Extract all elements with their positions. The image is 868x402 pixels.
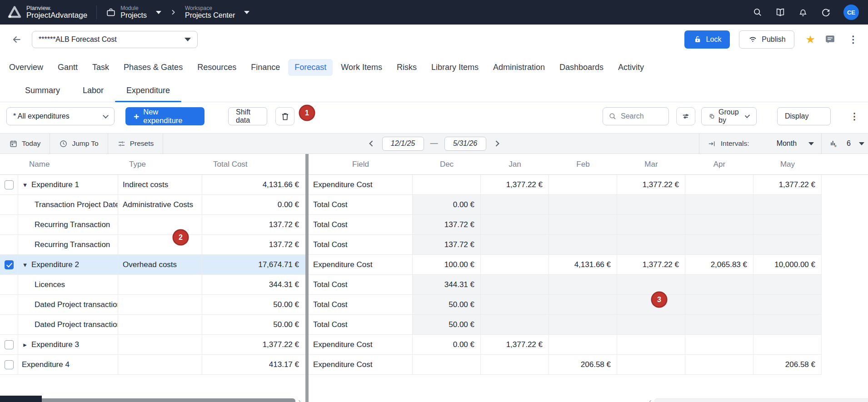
interval-unit-select[interactable]: Month <box>756 139 821 148</box>
jump-to-button[interactable]: Jump To <box>50 134 107 154</box>
table-row-left[interactable]: ▾Expenditure 1Indirect costs4,131.66 € <box>0 175 305 195</box>
row-checkbox[interactable] <box>5 340 14 349</box>
tab-activity[interactable]: Activity <box>612 59 650 76</box>
table-row-months[interactable]: Total Cost50.00 € <box>309 295 868 315</box>
search-icon[interactable] <box>753 7 763 17</box>
month-value-cell[interactable] <box>753 335 822 355</box>
column-header-apr[interactable]: Apr <box>685 160 753 169</box>
month-value-cell[interactable]: 1,377.22 € <box>481 175 549 195</box>
month-value-cell[interactable]: 137.72 € <box>413 235 481 255</box>
month-value-cell[interactable]: 1,377.22 € <box>753 175 822 195</box>
month-value-cell[interactable]: 50.00 € <box>413 315 481 335</box>
column-header-type[interactable]: Type <box>118 160 202 169</box>
delete-button[interactable] <box>275 107 294 125</box>
month-value-cell[interactable] <box>481 355 549 375</box>
month-value-cell[interactable] <box>617 315 685 335</box>
month-value-cell[interactable] <box>617 355 685 375</box>
month-value-cell[interactable] <box>617 235 685 255</box>
more-options-icon[interactable]: ⋮ <box>848 34 858 45</box>
pane-splitter[interactable] <box>305 154 309 402</box>
table-row-left[interactable]: Transaction Project DatedAdministrative … <box>0 195 305 215</box>
month-value-cell[interactable] <box>753 315 822 335</box>
column-header-dec[interactable]: Dec <box>413 160 481 169</box>
table-row-months[interactable]: Expenditure Cost0.00 €1,377.22 € <box>309 335 868 355</box>
table-row-left[interactable]: Licences344.31 € <box>0 275 305 295</box>
row-checkbox[interactable] <box>5 260 14 269</box>
month-value-cell[interactable] <box>549 315 617 335</box>
tab-work-items[interactable]: Work Items <box>334 59 389 76</box>
month-value-cell[interactable]: 206.58 € <box>753 355 822 375</box>
month-value-cell[interactable] <box>753 235 822 255</box>
today-button[interactable]: Today <box>0 134 50 154</box>
publish-button[interactable]: Publish <box>739 30 794 49</box>
month-value-cell[interactable] <box>481 315 549 335</box>
presets-button[interactable]: Presets <box>108 134 163 154</box>
month-value-cell[interactable] <box>685 355 753 375</box>
month-value-cell[interactable] <box>685 195 753 215</box>
tab-task[interactable]: Task <box>86 59 115 76</box>
month-value-cell[interactable] <box>753 195 822 215</box>
table-row-months[interactable]: Expenditure Cost1,377.22 €1,377.22 €1,37… <box>309 175 868 195</box>
filter-button[interactable] <box>676 107 695 125</box>
more-toolbar-options-icon[interactable]: ⋮ <box>850 111 859 122</box>
shift-data-button[interactable]: Shift data <box>228 107 267 125</box>
month-value-cell[interactable] <box>617 335 685 355</box>
tab-forecast[interactable]: Forecast <box>288 59 333 76</box>
book-icon[interactable] <box>775 7 785 17</box>
interval-count-select[interactable]: # 6 <box>821 134 868 154</box>
month-value-cell[interactable] <box>617 195 685 215</box>
table-row-left[interactable]: Dated Project transaction50.00 € <box>0 315 305 335</box>
table-row-months[interactable]: Total Cost137.72 € <box>309 215 868 235</box>
table-row-left[interactable]: Recurring Transaction137.72 € <box>0 215 305 235</box>
expand-toggle-icon[interactable]: ▾ <box>22 261 28 269</box>
column-header-field[interactable]: Field <box>309 160 413 169</box>
month-value-cell[interactable] <box>481 295 549 315</box>
month-value-cell[interactable] <box>481 235 549 255</box>
scroll-left-icon[interactable]: ‹ <box>647 398 653 402</box>
column-header-jan[interactable]: Jan <box>481 160 549 169</box>
month-value-cell[interactable] <box>685 215 753 235</box>
search-input[interactable]: Search <box>603 107 669 125</box>
column-header-feb[interactable]: Feb <box>549 160 617 169</box>
row-checkbox[interactable] <box>5 360 14 369</box>
table-row-left[interactable]: Expenditure 4413.17 € <box>0 355 305 375</box>
previous-period-chevron-icon[interactable] <box>367 139 376 148</box>
module-switcher[interactable]: Module Projects <box>106 5 161 20</box>
month-value-cell[interactable]: 100.00 € <box>413 255 481 275</box>
month-value-cell[interactable] <box>549 275 617 295</box>
month-value-cell[interactable]: 10,000.00 € <box>753 255 822 275</box>
column-header-name[interactable]: Name <box>18 160 118 169</box>
month-value-cell[interactable] <box>685 275 753 295</box>
tab-overview[interactable]: Overview <box>3 59 50 76</box>
user-avatar[interactable]: CE <box>843 5 859 20</box>
month-value-cell[interactable] <box>481 195 549 215</box>
tab-dashboards[interactable]: Dashboards <box>553 59 610 76</box>
project-title-combobox[interactable]: ******ALB Forecast Cost <box>32 31 198 48</box>
date-from-input[interactable]: 12/1/25 <box>382 137 424 151</box>
column-header-total-cost[interactable]: Total Cost <box>202 160 305 169</box>
month-value-cell[interactable] <box>617 295 685 315</box>
month-value-cell[interactable]: 0.00 € <box>413 335 481 355</box>
table-row-left[interactable]: ▸Expenditure 31,377.22 € <box>0 335 305 355</box>
month-value-cell[interactable]: 1,377.22 € <box>617 175 685 195</box>
tab-risks[interactable]: Risks <box>390 59 423 76</box>
table-row-months[interactable]: Expenditure Cost100.00 €4,131.66 €1,377.… <box>309 255 868 275</box>
month-value-cell[interactable]: 206.58 € <box>549 355 617 375</box>
month-value-cell[interactable] <box>685 235 753 255</box>
left-horizontal-scrollbar[interactable]: ‹ › <box>1 397 303 402</box>
right-horizontal-scrollbar[interactable]: ‹ › <box>647 397 868 402</box>
month-value-cell[interactable] <box>481 215 549 235</box>
month-value-cell[interactable] <box>549 175 617 195</box>
column-header-may[interactable]: May <box>753 160 822 169</box>
month-value-cell[interactable] <box>753 275 822 295</box>
month-value-cell[interactable]: 137.72 € <box>413 215 481 235</box>
month-value-cell[interactable]: 4,131.66 € <box>549 255 617 275</box>
month-value-cell[interactable] <box>685 175 753 195</box>
month-value-cell[interactable]: 2,065.83 € <box>685 255 753 275</box>
month-value-cell[interactable] <box>549 235 617 255</box>
month-value-cell[interactable] <box>413 175 481 195</box>
row-checkbox[interactable] <box>5 180 14 189</box>
tab-gantt[interactable]: Gantt <box>51 59 84 76</box>
month-value-cell[interactable]: 50.00 € <box>413 295 481 315</box>
month-value-cell[interactable]: 1,377.22 € <box>617 255 685 275</box>
